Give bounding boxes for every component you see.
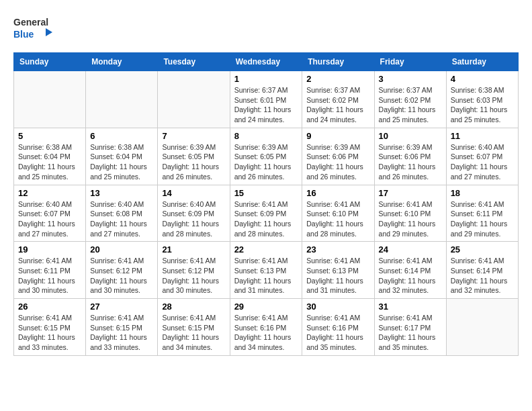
day-cell — [158, 71, 230, 128]
logo: GeneralBlue — [13, 13, 54, 42]
day-cell: 19Sunrise: 6:41 AM Sunset: 6:11 PM Dayli… — [14, 242, 86, 299]
day-info: Sunrise: 6:41 AM Sunset: 6:13 PM Dayligh… — [234, 256, 298, 295]
day-number: 27 — [90, 302, 153, 312]
day-info: Sunrise: 6:39 AM Sunset: 6:06 PM Dayligh… — [379, 142, 442, 182]
week-row-5: 26Sunrise: 6:41 AM Sunset: 6:15 PM Dayli… — [14, 299, 519, 356]
day-number: 20 — [90, 244, 153, 255]
day-cell: 7Sunrise: 6:39 AM Sunset: 6:05 PM Daylig… — [158, 128, 230, 185]
day-info: Sunrise: 6:41 AM Sunset: 6:09 PM Dayligh… — [234, 199, 298, 239]
day-number: 28 — [162, 302, 225, 312]
day-number: 26 — [18, 302, 81, 312]
week-row-3: 12Sunrise: 6:40 AM Sunset: 6:07 PM Dayli… — [14, 185, 519, 242]
day-cell: 23Sunrise: 6:41 AM Sunset: 6:13 PM Dayli… — [302, 242, 374, 299]
day-number: 5 — [18, 131, 81, 141]
day-info: Sunrise: 6:39 AM Sunset: 6:06 PM Dayligh… — [306, 142, 369, 182]
day-info: Sunrise: 6:37 AM Sunset: 6:02 PM Dayligh… — [306, 85, 369, 125]
day-number: 18 — [451, 188, 514, 198]
day-cell: 8Sunrise: 6:39 AM Sunset: 6:05 PM Daylig… — [230, 128, 302, 185]
day-number: 4 — [451, 74, 514, 84]
day-info: Sunrise: 6:41 AM Sunset: 6:10 PM Dayligh… — [306, 199, 369, 239]
day-info: Sunrise: 6:38 AM Sunset: 6:04 PM Dayligh… — [18, 142, 81, 182]
svg-text:General: General — [13, 17, 48, 28]
day-cell: 3Sunrise: 6:37 AM Sunset: 6:02 PM Daylig… — [374, 71, 446, 128]
day-cell: 30Sunrise: 6:41 AM Sunset: 6:16 PM Dayli… — [302, 299, 374, 356]
week-row-4: 19Sunrise: 6:41 AM Sunset: 6:11 PM Dayli… — [14, 242, 519, 299]
day-number: 7 — [162, 131, 225, 141]
svg-marker-2 — [46, 28, 52, 36]
day-info: Sunrise: 6:38 AM Sunset: 6:04 PM Dayligh… — [90, 142, 153, 182]
day-info: Sunrise: 6:40 AM Sunset: 6:07 PM Dayligh… — [18, 199, 81, 239]
day-info: Sunrise: 6:39 AM Sunset: 6:05 PM Dayligh… — [234, 142, 298, 182]
weekday-header-tuesday: Tuesday — [158, 53, 230, 71]
day-info: Sunrise: 6:41 AM Sunset: 6:16 PM Dayligh… — [306, 313, 369, 353]
day-cell: 6Sunrise: 6:38 AM Sunset: 6:04 PM Daylig… — [86, 128, 158, 185]
day-cell: 26Sunrise: 6:41 AM Sunset: 6:15 PM Dayli… — [14, 299, 86, 356]
day-number: 1 — [234, 74, 298, 84]
day-number: 9 — [306, 131, 369, 141]
day-cell: 17Sunrise: 6:41 AM Sunset: 6:10 PM Dayli… — [374, 185, 446, 242]
day-number: 14 — [162, 188, 225, 198]
day-number: 8 — [234, 131, 298, 141]
day-cell: 15Sunrise: 6:41 AM Sunset: 6:09 PM Dayli… — [230, 185, 302, 242]
day-info: Sunrise: 6:41 AM Sunset: 6:15 PM Dayligh… — [90, 313, 153, 353]
day-info: Sunrise: 6:41 AM Sunset: 6:10 PM Dayligh… — [379, 199, 442, 239]
day-number: 23 — [306, 244, 369, 255]
logo-icon: GeneralBlue — [13, 13, 54, 42]
day-cell: 31Sunrise: 6:41 AM Sunset: 6:17 PM Dayli… — [374, 299, 446, 356]
weekday-header-monday: Monday — [86, 53, 158, 71]
day-number: 21 — [162, 244, 225, 255]
day-info: Sunrise: 6:41 AM Sunset: 6:15 PM Dayligh… — [162, 313, 225, 353]
day-info: Sunrise: 6:40 AM Sunset: 6:07 PM Dayligh… — [451, 142, 514, 182]
day-number: 31 — [379, 302, 442, 312]
day-number: 12 — [18, 188, 81, 198]
day-number: 30 — [306, 302, 369, 312]
weekday-header-row: SundayMondayTuesdayWednesdayThursdayFrid… — [14, 53, 519, 71]
weekday-header-wednesday: Wednesday — [230, 53, 302, 71]
day-number: 25 — [451, 244, 514, 255]
day-info: Sunrise: 6:41 AM Sunset: 6:14 PM Dayligh… — [379, 256, 442, 295]
day-number: 19 — [18, 244, 81, 255]
day-number: 6 — [90, 131, 153, 141]
day-cell: 9Sunrise: 6:39 AM Sunset: 6:06 PM Daylig… — [302, 128, 374, 185]
day-info: Sunrise: 6:40 AM Sunset: 6:09 PM Dayligh… — [162, 199, 225, 239]
day-number: 13 — [90, 188, 153, 198]
day-info: Sunrise: 6:38 AM Sunset: 6:03 PM Dayligh… — [451, 85, 514, 125]
day-info: Sunrise: 6:41 AM Sunset: 6:12 PM Dayligh… — [90, 256, 153, 295]
day-number: 17 — [379, 188, 442, 198]
weekday-header-sunday: Sunday — [14, 53, 86, 71]
day-cell: 29Sunrise: 6:41 AM Sunset: 6:16 PM Dayli… — [230, 299, 302, 356]
day-cell — [446, 299, 518, 356]
day-info: Sunrise: 6:37 AM Sunset: 6:01 PM Dayligh… — [234, 85, 298, 125]
day-cell — [86, 71, 158, 128]
weekday-header-friday: Friday — [374, 53, 446, 71]
day-number: 10 — [379, 131, 442, 141]
day-cell: 20Sunrise: 6:41 AM Sunset: 6:12 PM Dayli… — [86, 242, 158, 299]
week-row-1: 1Sunrise: 6:37 AM Sunset: 6:01 PM Daylig… — [14, 71, 519, 128]
day-number: 2 — [306, 74, 369, 84]
day-cell: 2Sunrise: 6:37 AM Sunset: 6:02 PM Daylig… — [302, 71, 374, 128]
day-cell: 16Sunrise: 6:41 AM Sunset: 6:10 PM Dayli… — [302, 185, 374, 242]
day-info: Sunrise: 6:41 AM Sunset: 6:12 PM Dayligh… — [162, 256, 225, 295]
header: GeneralBlue — [13, 13, 519, 42]
day-info: Sunrise: 6:41 AM Sunset: 6:16 PM Dayligh… — [234, 313, 298, 353]
day-cell: 11Sunrise: 6:40 AM Sunset: 6:07 PM Dayli… — [446, 128, 518, 185]
day-cell: 18Sunrise: 6:41 AM Sunset: 6:11 PM Dayli… — [446, 185, 518, 242]
day-cell: 12Sunrise: 6:40 AM Sunset: 6:07 PM Dayli… — [14, 185, 86, 242]
day-cell: 22Sunrise: 6:41 AM Sunset: 6:13 PM Dayli… — [230, 242, 302, 299]
day-cell: 10Sunrise: 6:39 AM Sunset: 6:06 PM Dayli… — [374, 128, 446, 185]
calendar: SundayMondayTuesdayWednesdayThursdayFrid… — [13, 52, 519, 356]
weekday-header-saturday: Saturday — [446, 53, 518, 71]
day-number: 11 — [451, 131, 514, 141]
day-cell: 5Sunrise: 6:38 AM Sunset: 6:04 PM Daylig… — [14, 128, 86, 185]
svg-text:Blue: Blue — [13, 29, 34, 40]
day-info: Sunrise: 6:37 AM Sunset: 6:02 PM Dayligh… — [379, 85, 442, 125]
day-cell — [14, 71, 86, 128]
day-number: 24 — [379, 244, 442, 255]
day-info: Sunrise: 6:41 AM Sunset: 6:15 PM Dayligh… — [18, 313, 81, 353]
day-cell: 1Sunrise: 6:37 AM Sunset: 6:01 PM Daylig… — [230, 71, 302, 128]
day-cell: 13Sunrise: 6:40 AM Sunset: 6:08 PM Dayli… — [86, 185, 158, 242]
day-info: Sunrise: 6:41 AM Sunset: 6:17 PM Dayligh… — [379, 313, 442, 353]
day-cell: 28Sunrise: 6:41 AM Sunset: 6:15 PM Dayli… — [158, 299, 230, 356]
day-cell: 14Sunrise: 6:40 AM Sunset: 6:09 PM Dayli… — [158, 185, 230, 242]
weekday-header-thursday: Thursday — [302, 53, 374, 71]
